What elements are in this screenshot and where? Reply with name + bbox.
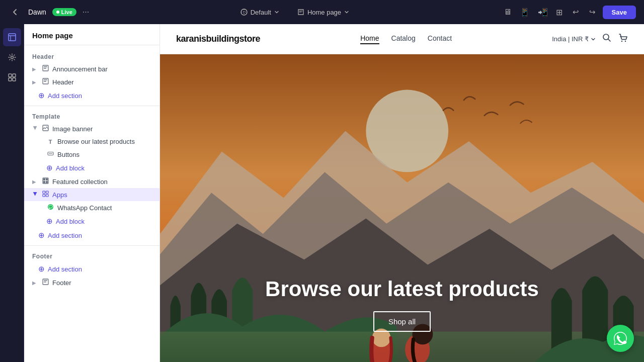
redo-button[interactable]: ↪ — [586, 6, 599, 19]
image-banner-add-block-button[interactable]: ⊕ Add block — [24, 161, 159, 175]
svg-rect-22 — [43, 195, 45, 197]
footer-icon — [41, 279, 49, 287]
header-icon — [41, 78, 49, 86]
svg-point-28 — [603, 34, 609, 40]
main-area: Home page Header ▶ Announcement bar ▶ He… — [0, 24, 644, 362]
header-add-section-label: Add section — [48, 92, 82, 100]
back-button[interactable] — [8, 5, 22, 19]
page-selector[interactable]: Home page — [292, 7, 354, 18]
sidebar-settings-icon[interactable] — [3, 48, 21, 66]
desktop-view-button[interactable]: 🖥 — [501, 6, 515, 19]
template-add-section-button[interactable]: ⊕ Add section — [24, 228, 159, 242]
sidebar-sections-icon[interactable] — [3, 28, 21, 46]
live-badge: Live — [52, 8, 76, 16]
svg-rect-20 — [43, 191, 45, 194]
svg-point-29 — [621, 41, 622, 42]
svg-rect-4 — [13, 74, 16, 77]
page-label: Home page — [307, 9, 341, 16]
locale-selector[interactable]: India | INR ₹ — [552, 35, 596, 43]
svg-rect-19 — [46, 181, 48, 183]
template-group-label: Template — [24, 109, 159, 122]
apps-item[interactable]: ▶ Apps — [24, 188, 159, 201]
theme-selector[interactable]: Default — [235, 7, 284, 18]
footer-item[interactable]: ▶ Footer — [24, 276, 159, 289]
nav-contact[interactable]: Contact — [428, 34, 452, 44]
sidebar-icons — [0, 24, 24, 362]
undo-button[interactable]: ↩ — [570, 6, 582, 19]
svg-rect-23 — [46, 195, 48, 197]
topbar-center: Default Home page — [235, 7, 354, 18]
search-icon[interactable] — [602, 33, 612, 45]
header-item[interactable]: ▶ Header — [24, 75, 159, 88]
featured-collection-item[interactable]: ▶ Featured collection — [24, 175, 159, 188]
template-add-section-label: Add section — [48, 232, 82, 239]
buttons-item[interactable]: Buttons — [24, 148, 159, 161]
apps-label: Apps — [52, 191, 151, 199]
hero-section: Browse our latest products Shop all — [160, 54, 644, 362]
apps-add-block-label: Add block — [56, 218, 85, 225]
template-add-section-plus-icon: ⊕ — [38, 231, 45, 240]
apps-chevron-icon: ▶ — [33, 192, 38, 198]
image-banner-icon — [41, 125, 49, 133]
shop-all-button[interactable]: Shop all — [373, 311, 431, 332]
section-divider-2 — [24, 245, 159, 246]
store-logo: karanisbuildingstore — [176, 34, 260, 44]
featured-collection-label: Featured collection — [52, 178, 151, 186]
grid-view-button[interactable]: ⊞ — [553, 6, 566, 19]
more-button[interactable]: ··· — [83, 8, 89, 17]
featured-collection-icon — [41, 177, 49, 186]
preview-browser: karanisbuildingstore Home Catalog Contac… — [160, 24, 644, 362]
panel-content: Header ▶ Announcement bar ▶ Header ⊕ Add… — [24, 45, 159, 362]
apps-icon — [41, 191, 49, 199]
mobile-view-button[interactable]: 📲 — [535, 6, 551, 19]
svg-rect-1 — [9, 34, 16, 41]
browse-products-item[interactable]: T Browse our latest products — [24, 135, 159, 148]
footer-chevron-icon: ▶ — [32, 280, 38, 286]
image-banner-chevron-icon: ▶ — [33, 126, 38, 132]
svg-rect-26 — [44, 280, 47, 281]
header-add-section-button[interactable]: ⊕ Add section — [24, 88, 159, 103]
svg-rect-8 — [44, 66, 47, 67]
add-block-plus-icon: ⊕ — [46, 163, 53, 172]
announcement-chevron-icon: ▶ — [32, 66, 38, 72]
svg-rect-21 — [46, 191, 48, 194]
announcement-bar-label: Announcement bar — [52, 65, 151, 73]
sidebar-apps-icon[interactable] — [3, 68, 21, 86]
buttons-icon — [46, 150, 54, 158]
device-icons: 🖥 📱 📲 ⊞ — [501, 6, 566, 19]
tablet-view-button[interactable]: 📱 — [517, 6, 533, 19]
svg-rect-12 — [44, 81, 46, 82]
svg-rect-9 — [44, 68, 46, 69]
image-banner-item[interactable]: ▶ Image banner — [24, 122, 159, 135]
cart-icon[interactable] — [618, 33, 628, 45]
announcement-bar-item[interactable]: ▶ Announcement bar — [24, 62, 159, 75]
section-panel: Home page Header ▶ Announcement bar ▶ He… — [24, 24, 160, 362]
footer-add-section-button[interactable]: ⊕ Add section — [24, 262, 159, 276]
topbar-right: 🖥 📱 📲 ⊞ ↩ ↪ Save — [501, 6, 636, 19]
footer-group-label: Footer — [24, 249, 159, 262]
whatsapp-icon — [46, 204, 54, 212]
hero-title: Browse our latest products — [160, 277, 644, 301]
topbar: Dawn Live ··· Default Home page 🖥 📱 📲 ⊞ … — [0, 0, 644, 24]
save-button[interactable]: Save — [603, 6, 636, 19]
svg-rect-6 — [13, 78, 16, 81]
whatsapp-float-button[interactable] — [607, 325, 634, 352]
buttons-label: Buttons — [57, 151, 151, 158]
svg-rect-27 — [44, 282, 46, 283]
live-dot — [56, 11, 59, 14]
live-label: Live — [61, 9, 72, 15]
nav-catalog[interactable]: Catalog — [391, 34, 416, 44]
svg-rect-5 — [9, 78, 12, 81]
footer-label: Footer — [52, 279, 151, 287]
nav-home[interactable]: Home — [360, 34, 379, 44]
svg-rect-18 — [43, 181, 45, 183]
whatsapp-contact-label: WhatsApp Contact — [57, 204, 151, 212]
header-group-label: Header — [24, 49, 159, 62]
header-label: Header — [52, 78, 151, 86]
store-menu: Home Catalog Contact — [360, 34, 452, 44]
apps-add-block-button[interactable]: ⊕ Add block — [24, 214, 159, 228]
whatsapp-contact-item[interactable]: WhatsApp Contact — [24, 201, 159, 214]
theme-label: Default — [251, 9, 271, 16]
store-nav: karanisbuildingstore Home Catalog Contac… — [160, 24, 644, 54]
image-banner-label: Image banner — [52, 125, 151, 133]
